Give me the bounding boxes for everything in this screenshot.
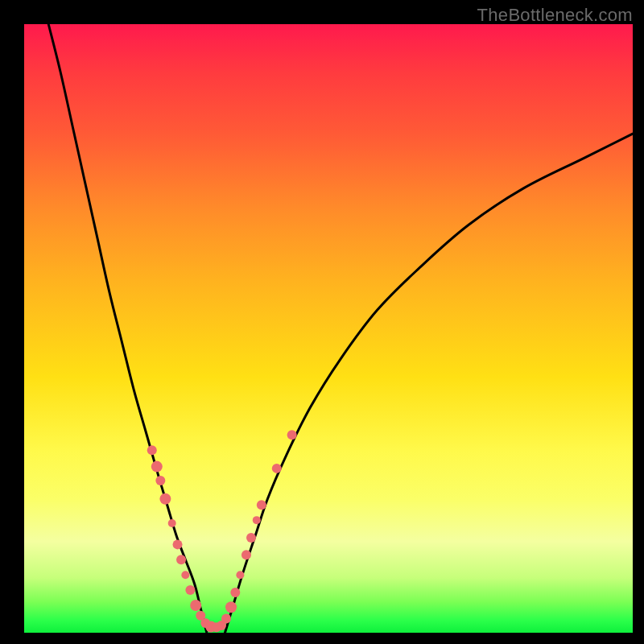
highlight-point <box>221 614 231 624</box>
highlight-point <box>242 550 251 559</box>
highlight-point <box>155 476 165 485</box>
highlight-point <box>159 493 171 505</box>
chart-svg <box>24 24 633 633</box>
curve-left-curve <box>48 24 207 633</box>
highlight-point <box>236 571 244 579</box>
highlight-point <box>190 600 201 611</box>
series-group <box>48 24 633 633</box>
highlight-point <box>181 571 189 579</box>
chart-frame: TheBottleneck.com <box>0 0 644 644</box>
highlight-point <box>253 516 261 524</box>
highlight-point <box>246 533 256 543</box>
highlight-point <box>230 588 240 597</box>
highlight-point <box>147 445 157 455</box>
highlight-point <box>173 539 183 549</box>
curve-right-curve <box>225 134 633 633</box>
scatter-group <box>147 430 297 632</box>
plot-area <box>24 24 633 633</box>
highlight-point <box>257 500 266 510</box>
highlight-point <box>168 519 176 527</box>
highlight-point <box>287 430 297 440</box>
watermark-text: TheBottleneck.com <box>477 5 633 26</box>
highlight-point <box>272 464 282 473</box>
highlight-point <box>225 601 237 613</box>
highlight-point <box>185 585 195 595</box>
highlight-point <box>151 461 163 473</box>
highlight-point <box>176 555 186 564</box>
